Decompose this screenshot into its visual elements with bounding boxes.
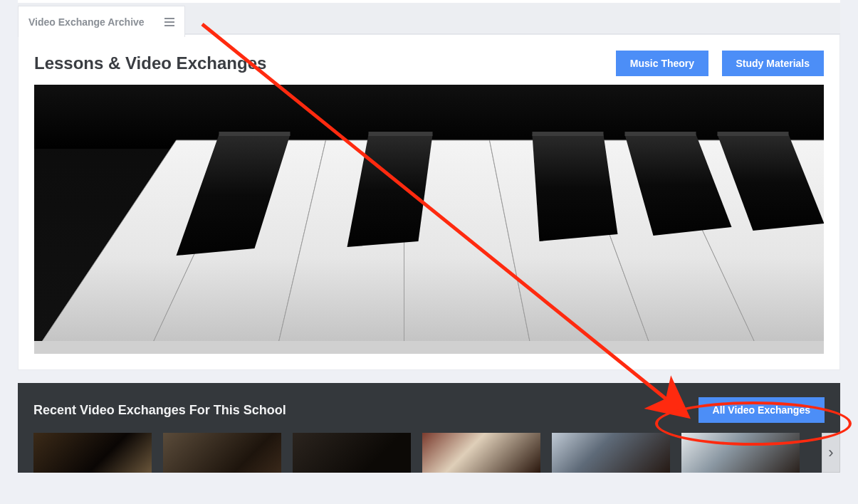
recent-section: Recent Video Exchanges For This School A… bbox=[18, 383, 840, 473]
video-thumbnail[interactable] bbox=[552, 433, 670, 473]
svg-rect-18 bbox=[34, 341, 824, 354]
video-thumbnail[interactable] bbox=[422, 433, 540, 473]
carousel-next-button[interactable]: › bbox=[822, 433, 840, 473]
study-materials-button[interactable]: Study Materials bbox=[722, 51, 824, 76]
card-title: Lessons & Video Exchanges bbox=[34, 53, 266, 73]
recent-thumbnails bbox=[33, 433, 825, 473]
tab-video-exchange-archive[interactable]: Video Exchange Archive bbox=[18, 6, 185, 37]
chevron-right-icon: › bbox=[828, 443, 833, 462]
video-thumbnail[interactable] bbox=[681, 433, 800, 473]
video-thumbnail[interactable] bbox=[33, 433, 152, 473]
card-buttons: Music Theory Study Materials bbox=[616, 51, 824, 76]
recent-title: Recent Video Exchanges For This School bbox=[33, 403, 286, 418]
tab-bar: Video Exchange Archive bbox=[18, 0, 840, 34]
tab-label: Video Exchange Archive bbox=[28, 16, 145, 28]
menu-icon[interactable] bbox=[164, 18, 174, 26]
svg-rect-15 bbox=[533, 132, 604, 136]
svg-rect-14 bbox=[369, 132, 433, 136]
svg-rect-16 bbox=[625, 132, 696, 136]
video-thumbnail[interactable] bbox=[163, 433, 281, 473]
music-theory-button[interactable]: Music Theory bbox=[616, 51, 708, 76]
svg-rect-13 bbox=[219, 132, 291, 136]
hero-image-piano bbox=[34, 85, 824, 354]
recent-header: Recent Video Exchanges For This School A… bbox=[33, 397, 825, 423]
svg-marker-10 bbox=[533, 135, 618, 241]
video-thumbnail[interactable] bbox=[293, 433, 411, 473]
all-video-exchanges-button[interactable]: All Video Exchanges bbox=[699, 397, 825, 423]
lessons-card: Lessons & Video Exchanges Music Theory S… bbox=[18, 34, 840, 370]
svg-rect-17 bbox=[718, 132, 789, 136]
card-header: Lessons & Video Exchanges Music Theory S… bbox=[34, 51, 824, 76]
